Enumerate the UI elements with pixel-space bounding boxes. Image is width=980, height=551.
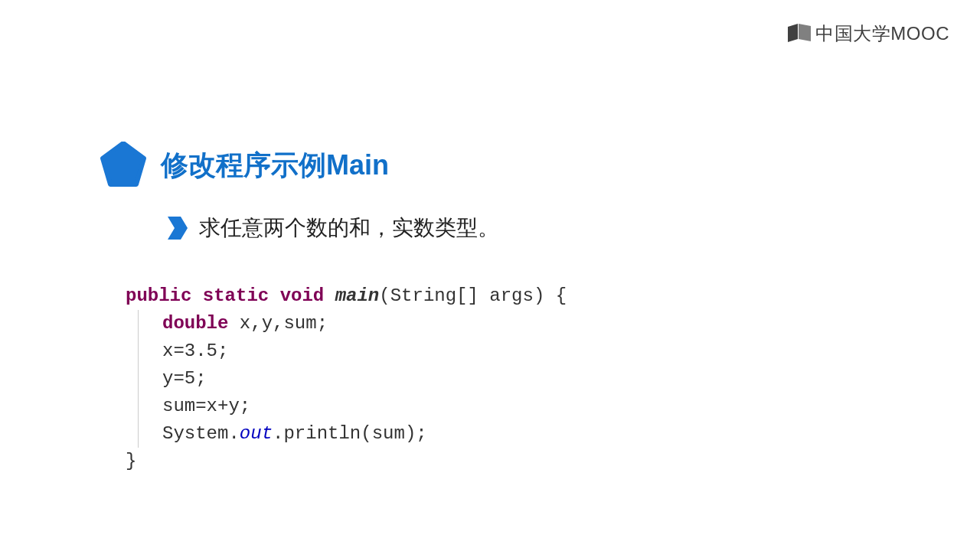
field-out: out [240,423,273,444]
keyword: public static void [126,285,324,306]
code-line: public static void main(String[] args) { [126,282,567,310]
code-text: x=3.5; [162,341,228,361]
slide-title: 修改程序示例Main [161,147,389,184]
code-text: sum=x+y; [162,396,250,416]
code-gutter-line [138,310,139,448]
subtitle-row: 求任意两个数的和，实数类型。 [167,214,567,243]
code-text: .println(sum); [273,423,427,444]
code-block: public static void main(String[] args) {… [126,282,567,475]
title-row: 修改程序示例Main [100,142,567,189]
keyword: double [162,313,228,334]
brand-text: 中国大学MOOC [815,21,949,46]
slide-content: 修改程序示例Main 求任意两个数的和，实数类型。 public static … [100,142,567,475]
code-text: (String[] args) { [379,285,567,306]
book-icon [788,24,811,44]
code-text: y=5; [162,368,207,389]
code-text: x,y,sum; [228,313,328,334]
code-line: x=3.5; [126,337,567,365]
code-line: System.out.println(sum); [126,420,567,448]
chevron-right-icon [167,216,188,240]
code-line: y=5; [126,365,567,393]
code-text: System. [162,423,240,444]
brand-logo: 中国大学MOOC [788,21,949,46]
code-line: double x,y,sum; [126,310,567,337]
code-line: } [126,448,567,475]
pentagon-icon [100,142,147,189]
code-line: sum=x+y; [126,393,567,420]
code-text: } [126,451,136,471]
method-main: main [335,285,380,306]
slide-subtitle: 求任意两个数的和，实数类型。 [199,214,499,243]
